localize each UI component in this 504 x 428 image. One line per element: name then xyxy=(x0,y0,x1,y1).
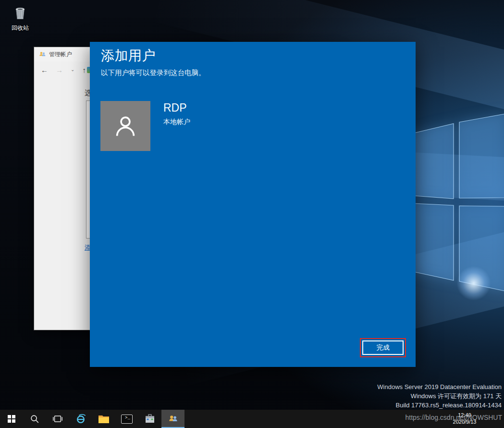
command-prompt-button[interactable]: >_ xyxy=(115,410,138,428)
recycle-bin[interactable]: 回收站 xyxy=(5,4,36,32)
taskbar-clock[interactable]: 12:49 2020/9/13 xyxy=(447,412,482,425)
user-account-type: 本地帐户 xyxy=(163,118,190,126)
windows-flag-icon xyxy=(8,415,16,423)
file-explorer-button[interactable] xyxy=(92,410,115,428)
search-button[interactable] xyxy=(23,410,46,428)
internet-explorer-icon xyxy=(74,413,87,425)
person-icon xyxy=(111,112,139,140)
user-info: RDP 本地帐户 xyxy=(163,101,190,151)
back-button[interactable]: ← xyxy=(41,66,48,74)
server-manager-button[interactable] xyxy=(138,410,161,428)
taskbar: >_ 12:49 2020/9/13 xyxy=(0,410,504,428)
avatar xyxy=(100,101,150,151)
user-name: RDP xyxy=(163,101,190,114)
watermark-license: Windows 许可证有效期为 171 天 xyxy=(377,391,502,401)
user-accounts-icon xyxy=(38,50,46,58)
dialog-subtitle: 以下用户将可以登录到这台电脑。 xyxy=(101,68,206,77)
folder-icon xyxy=(98,414,110,424)
search-icon xyxy=(29,414,40,424)
user-accounts-taskbar-button[interactable] xyxy=(161,410,184,428)
ie-browser-button[interactable] xyxy=(69,410,92,428)
lens-flare xyxy=(456,266,491,301)
task-view-button[interactable] xyxy=(46,410,69,428)
start-button[interactable] xyxy=(0,410,23,428)
add-user-dialog: 添加用户 以下用户将可以登录到这台电脑。 RDP 本地帐户 完成 xyxy=(90,42,416,367)
user-tile[interactable]: RDP 本地帐户 xyxy=(100,101,190,151)
dialog-title: 添加用户 xyxy=(101,47,156,65)
recycle-bin-icon xyxy=(12,4,29,21)
annotation-highlight: 完成 xyxy=(360,338,406,357)
clock-time: 12:49 xyxy=(447,412,482,419)
user-accounts-icon xyxy=(168,414,178,424)
system-watermark: Windows Server 2019 Datacenter Evaluatio… xyxy=(377,382,502,410)
recycle-bin-label: 回收站 xyxy=(5,24,36,32)
watermark-build: Build 17763.rs5_release.180914-1434 xyxy=(377,401,502,410)
up-button[interactable]: ↑ xyxy=(82,66,86,74)
history-dropdown-button[interactable]: ⌄ xyxy=(71,67,74,72)
windows-logo-art xyxy=(413,113,504,296)
forward-button[interactable]: → xyxy=(56,66,63,74)
finish-button[interactable]: 完成 xyxy=(362,340,404,355)
clock-date: 2020/9/13 xyxy=(447,419,482,426)
task-view-icon xyxy=(52,414,63,424)
command-prompt-icon: >_ xyxy=(121,415,133,424)
server-manager-icon xyxy=(144,414,156,424)
window-title: 管理帐户 xyxy=(49,50,72,59)
watermark-edition: Windows Server 2019 Datacenter Evaluatio… xyxy=(377,382,502,391)
